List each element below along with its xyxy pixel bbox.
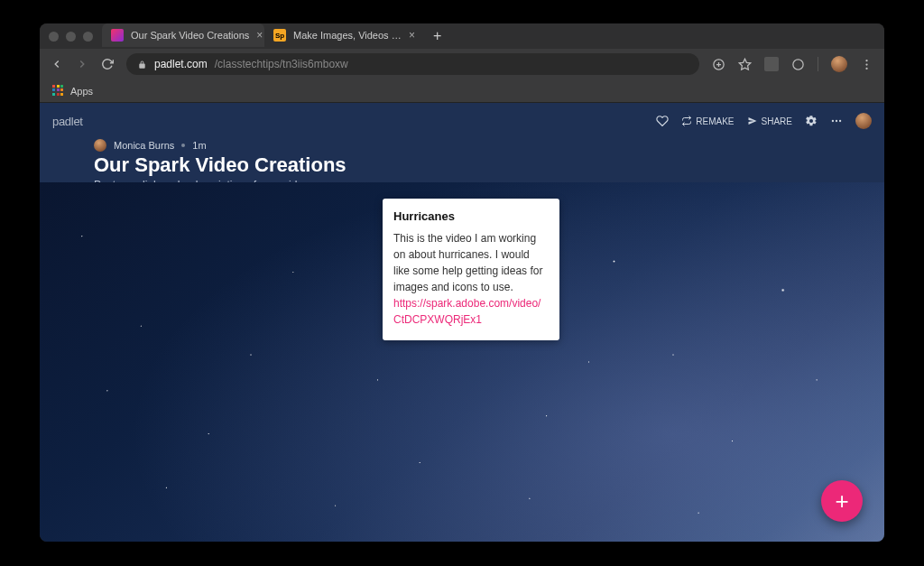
share-label: SHARE	[762, 116, 792, 126]
padlet-app: padlet REMAKE SHARE	[40, 103, 884, 542]
meta-separator	[181, 144, 185, 147]
new-tab-button[interactable]: +	[424, 23, 450, 49]
svg-point-4	[793, 59, 803, 69]
post-body: This is the video I am working on about …	[393, 230, 549, 328]
more-button[interactable]	[830, 115, 843, 127]
svg-point-7	[865, 67, 867, 69]
close-tab-icon[interactable]: ×	[256, 29, 263, 42]
back-button[interactable]	[51, 58, 63, 70]
titlebar: Our Spark Video Creations × Sp Make Imag…	[40, 23, 884, 49]
extension-icon[interactable]	[764, 57, 779, 71]
svg-point-9	[836, 120, 837, 122]
user-avatar[interactable]	[855, 113, 872, 129]
author-name[interactable]: Monica Burns	[114, 140, 174, 151]
profile-avatar[interactable]	[831, 56, 847, 72]
tab-inactive[interactable]: Sp Make Images, Videos and Web ×	[264, 23, 424, 47]
reload-button[interactable]	[101, 58, 114, 70]
bookmarks-bar: Apps	[40, 79, 884, 103]
board-meta: Monica Burns 1m	[94, 139, 872, 152]
lock-icon	[137, 60, 147, 70]
tab-title: Our Spark Video Creations	[131, 30, 249, 41]
padlet-logo[interactable]: padlet	[52, 115, 83, 128]
browser-window: Our Spark Video Creations × Sp Make Imag…	[40, 23, 884, 542]
url-host: padlet.com	[154, 58, 208, 70]
tab-active[interactable]: Our Spark Video Creations ×	[102, 23, 264, 47]
close-window-button[interactable]	[49, 32, 59, 42]
apps-label[interactable]: Apps	[70, 86, 93, 97]
post-body-text: This is the video I am working on about …	[393, 232, 542, 293]
svg-point-5	[865, 60, 867, 61]
minimize-window-button[interactable]	[66, 32, 76, 42]
author-avatar[interactable]	[94, 139, 106, 152]
post-title: Hurricanes	[393, 209, 549, 223]
install-icon[interactable]	[712, 58, 725, 71]
menu-icon[interactable]	[860, 58, 873, 71]
share-button[interactable]: SHARE	[747, 116, 792, 126]
board-age: 1m	[192, 140, 206, 151]
post-card[interactable]: Hurricanes This is the video I am workin…	[383, 199, 559, 340]
padlet-topbar: padlet REMAKE SHARE	[52, 110, 872, 132]
apps-grid-icon[interactable]	[52, 85, 65, 97]
svg-point-8	[832, 120, 834, 122]
padlet-canvas[interactable]: Hurricanes This is the video I am workin…	[40, 182, 884, 542]
remake-label: REMAKE	[696, 116, 734, 126]
like-button[interactable]	[656, 115, 669, 127]
bookmark-star-icon[interactable]	[738, 58, 752, 71]
settings-button[interactable]	[805, 115, 818, 127]
svg-marker-3	[739, 59, 751, 70]
add-post-fab[interactable]: +	[821, 480, 863, 522]
extension-icon-2[interactable]	[791, 58, 805, 71]
svg-point-10	[839, 120, 841, 122]
favicon-spark: Sp	[273, 29, 286, 42]
padlet-actions: REMAKE SHARE	[656, 113, 872, 129]
board-title: Our Spark Video Creations	[94, 153, 872, 177]
addressbar: padlet.com/classtechtips/tn3iis6mboxw	[40, 49, 884, 79]
maximize-window-button[interactable]	[83, 32, 93, 42]
addressbar-actions	[712, 56, 873, 72]
favicon-padlet	[111, 29, 124, 42]
tab-title: Make Images, Videos and Web	[293, 30, 402, 41]
close-tab-icon[interactable]: ×	[409, 29, 415, 42]
traffic-lights	[49, 32, 93, 42]
svg-point-6	[865, 63, 867, 65]
forward-button[interactable]	[76, 58, 88, 70]
tab-strip: Our Spark Video Creations × Sp Make Imag…	[102, 23, 450, 49]
post-link[interactable]: https://spark.adobe.com/video/CtDCPXWQRj…	[393, 297, 541, 326]
url-input[interactable]: padlet.com/classtechtips/tn3iis6mboxw	[126, 53, 699, 75]
remake-button[interactable]: REMAKE	[681, 116, 734, 126]
url-path: /classtechtips/tn3iis6mboxw	[215, 58, 348, 70]
plus-icon: +	[835, 487, 848, 515]
